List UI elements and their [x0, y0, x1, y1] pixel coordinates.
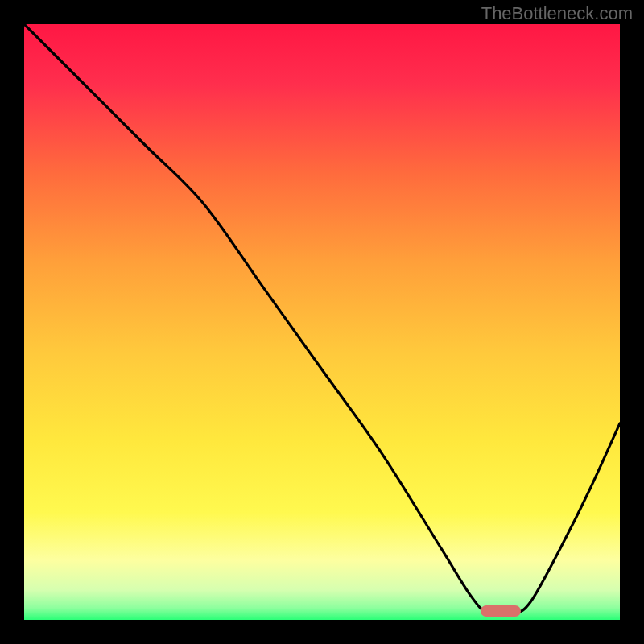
chart-plot-area — [24, 24, 620, 620]
chart-marker-pill — [481, 605, 521, 617]
chart-line — [24, 24, 620, 620]
attribution-text: TheBottleneck.com — [481, 3, 633, 24]
